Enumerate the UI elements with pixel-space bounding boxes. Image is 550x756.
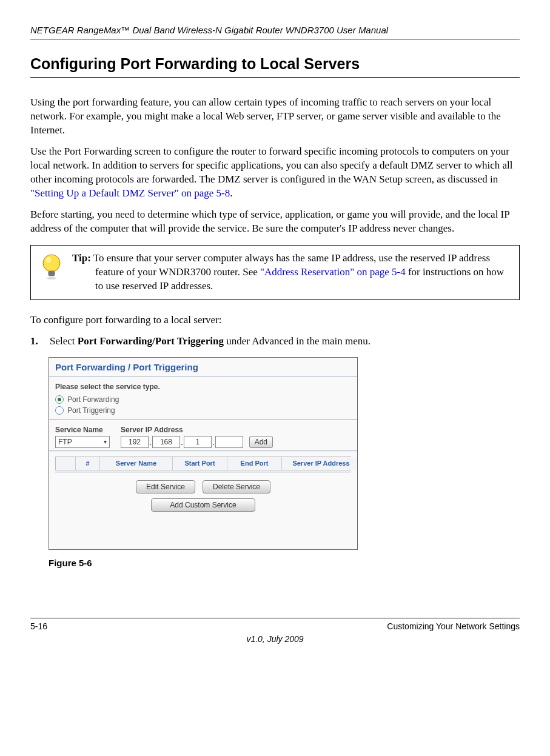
radio-icon bbox=[55, 406, 64, 415]
para-2-text-b: . bbox=[230, 187, 232, 199]
service-type-label: Please select the service type. bbox=[55, 382, 351, 392]
footer-chapter: Customizing Your Network Settings bbox=[387, 621, 520, 632]
steps-intro: To configure port forwarding to a local … bbox=[30, 313, 520, 327]
service-name-value: FTP bbox=[58, 437, 72, 447]
col-server-ip: Server IP Address bbox=[281, 457, 358, 470]
chevron-down-icon: ▾ bbox=[104, 438, 107, 446]
radio-port-forwarding[interactable]: Port Forwarding bbox=[55, 395, 351, 404]
service-name-label: Service Name bbox=[55, 425, 110, 435]
router-ui-screenshot: Port Forwarding / Port Triggering Please… bbox=[49, 357, 358, 550]
add-custom-service-button[interactable]: Add Custom Service bbox=[151, 498, 255, 512]
tip-label: Tip: bbox=[72, 252, 91, 264]
para-2: Use the Port Forwarding screen to config… bbox=[30, 145, 520, 201]
section-title: Configuring Port Forwarding to Local Ser… bbox=[30, 54, 520, 75]
radio-port-forwarding-label: Port Forwarding bbox=[67, 395, 119, 404]
col-select bbox=[56, 457, 75, 470]
ip-dot: . bbox=[212, 437, 215, 448]
radio-port-triggering[interactable]: Port Triggering bbox=[55, 406, 351, 415]
add-button[interactable]: Add bbox=[249, 436, 273, 448]
step-1-text-b: under Advanced in the main menu. bbox=[224, 335, 371, 347]
ip-octet-2[interactable]: 168 bbox=[152, 436, 180, 448]
link-address-reservation[interactable]: "Address Reservation" on page 5-4 bbox=[260, 266, 406, 278]
col-start-port: Start Port bbox=[172, 457, 227, 470]
manual-header: NETGEAR RangeMax™ Dual Band Wireless-N G… bbox=[30, 24, 520, 39]
step-1-bold: Port Forwarding/Port Triggering bbox=[78, 335, 224, 347]
ip-octet-1[interactable]: 192 bbox=[121, 436, 149, 448]
service-name-select[interactable]: FTP ▾ bbox=[55, 436, 110, 448]
step-1-number: 1. bbox=[30, 335, 50, 349]
title-underline bbox=[30, 76, 520, 78]
svg-point-1 bbox=[46, 257, 51, 263]
link-dmz-server[interactable]: "Setting Up a Default DMZ Server" on pag… bbox=[30, 187, 230, 199]
col-end-port: End Port bbox=[227, 457, 281, 470]
radio-port-triggering-label: Port Triggering bbox=[67, 406, 115, 415]
svg-point-5 bbox=[47, 277, 56, 279]
ui-divider bbox=[55, 472, 351, 473]
tip-callout: Tip: To ensure that your server computer… bbox=[30, 245, 520, 300]
tip-text: Tip: To ensure that your server computer… bbox=[72, 252, 514, 293]
ip-dot: . bbox=[181, 437, 183, 448]
step-1: 1. Select Port Forwarding/Port Triggerin… bbox=[30, 335, 520, 349]
ui-divider bbox=[49, 450, 357, 452]
para-3: Before starting, you need to determine w… bbox=[30, 208, 520, 236]
step-1-text-a: Select bbox=[50, 335, 78, 347]
ui-panel-title: Port Forwarding / Port Triggering bbox=[49, 358, 357, 376]
page-footer: 5-16 Customizing Your Network Settings bbox=[30, 618, 520, 632]
ip-dot: . bbox=[149, 437, 152, 448]
para-2-text-a: Use the Port Forwarding screen to config… bbox=[30, 146, 512, 185]
footer-page-number: 5-16 bbox=[30, 621, 47, 632]
radio-icon bbox=[55, 395, 64, 404]
para-1: Using the port forwarding feature, you c… bbox=[30, 96, 520, 138]
figure-caption: Figure 5-6 bbox=[49, 557, 520, 569]
footer-version: v1.0, July 2009 bbox=[30, 634, 520, 645]
ip-octet-4[interactable] bbox=[215, 436, 243, 448]
delete-service-button[interactable]: Delete Service bbox=[203, 480, 270, 493]
edit-service-button[interactable]: Edit Service bbox=[136, 480, 195, 493]
col-number: # bbox=[75, 457, 99, 470]
server-ip-label: Server IP Address bbox=[121, 425, 273, 435]
port-table-header: # Server Name Start Port End Port Server… bbox=[55, 457, 351, 470]
svg-rect-2 bbox=[49, 271, 55, 276]
col-server-name: Server Name bbox=[99, 457, 172, 470]
ip-octet-3[interactable]: 1 bbox=[184, 436, 212, 448]
lightbulb-icon bbox=[31, 246, 72, 288]
svg-point-0 bbox=[43, 255, 60, 272]
